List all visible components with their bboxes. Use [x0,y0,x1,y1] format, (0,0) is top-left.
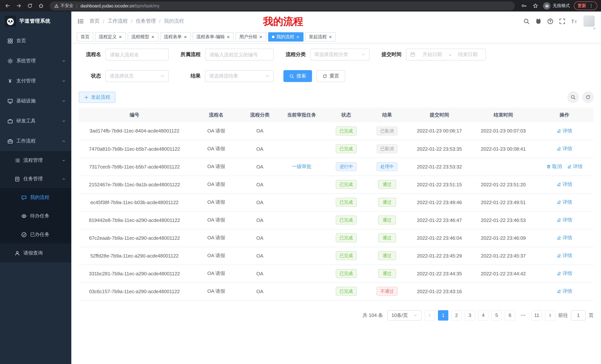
table-row[interactable]: ec45f38f-7b9a-11ec-b03b-acde48001122 OA … [79,193,594,211]
chrome-update-button[interactable]: 更新 [574,1,597,10]
sidebar-item-leave-query[interactable]: 请假查询 [0,244,71,262]
status-badge: 已完成 [336,269,357,278]
close-icon[interactable]: × [151,35,155,39]
parent-process-input[interactable] [205,49,274,60]
table-row[interactable]: 7470a810-7b9b-11ec-b5b7-acde48001122 OA … [79,140,594,158]
refresh-table-button[interactable] [582,92,594,103]
process-name-cell: OA 请假 [190,158,242,175]
sidebar-item-process-management[interactable]: 流程管理 [0,151,71,170]
address-bar[interactable]: 不安全 | dashboard.yudao.iocoder.cn /bpm/ta… [50,1,515,10]
pagination-page-2[interactable]: 2 [451,310,462,320]
sidebar-item-system-management[interactable]: 系统管理 [0,51,71,71]
detail-action-link[interactable]: 详情 [557,234,572,241]
pagination-page-11[interactable]: 11 [531,310,542,320]
start-process-button[interactable]: 发起流程 [79,92,116,103]
help-icon[interactable] [547,18,553,24]
table-row[interactable]: 819442e8-7b9a-11ec-a290-acde48001122 OA … [79,211,594,229]
sidebar-item-workflow[interactable]: 工作流程 [0,131,71,151]
pagination-page-3[interactable]: 3 [465,310,475,320]
password-key-icon[interactable] [520,2,527,10]
pagination-pages: 123456•••11 [438,310,542,320]
result-select[interactable]: 请选择流结果 [205,70,274,82]
sidebar-item-infrastructure[interactable]: 基础设施 [0,91,71,111]
page-size-select[interactable]: 10条/页 [387,310,421,320]
tab-my-process[interactable]: 我的流程× [268,32,303,42]
detail-action-link[interactable]: 详情 [557,288,572,295]
detail-action-link[interactable]: 详情 [557,181,572,188]
detail-action-link[interactable]: 详情 [557,128,572,134]
tab-process-definition[interactable]: 流程定义× [95,32,126,42]
breadcrumb-item[interactable]: 工作流程 [108,18,128,25]
table-row[interactable]: 7317cec6-7b9b-11ec-b5b7-acde48001122 OA … [79,158,594,175]
breadcrumb-item[interactable]: 任务管理 [136,18,156,25]
home-button[interactable] [37,2,45,10]
app-logo[interactable]: 芋道管理系统 [0,11,71,31]
pagination-page-6[interactable]: 6 [505,310,515,320]
table-row[interactable]: 3ad174fb-7b9d-11ec-8404-acde48001122 OA … [79,122,594,140]
close-icon[interactable]: × [183,35,187,39]
avatar-caret-icon[interactable] [592,27,596,30]
reset-button[interactable]: 重置 [316,70,345,82]
table-row[interactable]: 67c2eaab-7b9a-11ec-a290-acde48001122 OA … [79,229,594,247]
search-button[interactable]: 搜索 [283,70,312,82]
edit-icon [557,147,561,151]
current-task-link[interactable]: 一级审批 [292,164,311,169]
back-button[interactable] [4,2,11,10]
cancel-action-link[interactable]: 取消 [546,163,562,170]
url-divider: | [76,3,78,8]
tab-process-form-edit[interactable]: 流程表单-编辑× [193,32,234,42]
fullscreen-icon[interactable] [559,18,565,24]
github-icon[interactable] [535,18,541,24]
status-select[interactable]: 请选择状态 [105,70,169,82]
sidebar-collapse-icon[interactable] [78,18,84,24]
sidebar-item-dev-tools[interactable]: 研发工具 [0,111,71,131]
toggle-search-button[interactable] [568,92,579,103]
close-icon[interactable]: × [119,35,122,39]
detail-action-link[interactable]: 详情 [567,163,583,170]
table-row[interactable]: 03c6c157-7b9a-11ec-a290-acde48001122 OA … [79,282,594,300]
sidebar-item-home[interactable]: 首页 [0,31,71,51]
detail-action-link[interactable]: 详情 [557,199,572,206]
sidebar-item-done-tasks[interactable]: 已办任务 [0,225,71,244]
tab-home[interactable]: 首页 [77,32,93,42]
table-row[interactable]: 2152467e-7b9b-11ec-9a1b-acde48001122 OA … [79,175,594,193]
breadcrumb-item[interactable]: 首页 [90,18,100,25]
tab-user-group[interactable]: 用户分组× [236,32,266,42]
sidebar-item-task-management[interactable]: 任务管理 [0,170,71,188]
pagination-page-4[interactable]: 4 [478,310,489,320]
pagination-page-5[interactable]: 5 [491,310,502,320]
sidebar-item-todo-tasks[interactable]: 待办任务 [0,207,71,225]
menu-dots-icon[interactable] [589,3,594,8]
security-chip[interactable]: 不安全 [54,3,73,9]
table-row[interactable]: 331bc281-7b9a-11ec-a290-acde48001122 OA … [79,265,594,282]
close-icon[interactable]: × [259,35,263,39]
user-avatar[interactable] [583,16,595,27]
pagination-next-button[interactable] [545,310,555,320]
close-icon[interactable]: × [296,35,300,39]
table-row[interactable]: 52ffd28e-7b9a-11ec-a290-acde48001122 OA … [79,247,594,265]
category-select[interactable]: 请选择流程分类 [310,49,370,60]
reload-button[interactable] [26,2,33,10]
sidebar-item-my-process[interactable]: 我的流程 [0,188,71,207]
process-name-input[interactable] [105,49,169,60]
tab-process-form[interactable]: 流程表单× [160,32,191,42]
detail-action-link[interactable]: 详情 [557,270,572,277]
pagination-ellipsis[interactable]: ••• [518,310,529,320]
yen-icon: ¥ [7,78,13,84]
bookmark-star-icon[interactable] [531,2,539,10]
detail-action-link[interactable]: 详情 [557,145,572,152]
jump-page-input[interactable] [571,310,586,320]
close-icon[interactable]: × [227,35,230,39]
search-icon[interactable] [523,18,530,24]
forward-button[interactable] [15,2,22,10]
pagination-page-1[interactable]: 1 [438,310,448,320]
tab-process-model[interactable]: 流程模型× [128,32,158,42]
sidebar-item-payment-management[interactable]: ¥支付管理 [0,71,71,91]
pagination-prev-button[interactable] [425,310,435,320]
tab-start-process[interactable]: 发起流程× [305,32,336,42]
detail-action-link[interactable]: 详情 [557,217,572,223]
font-size-icon[interactable]: TT [571,18,577,24]
close-icon[interactable]: × [329,35,332,39]
detail-action-link[interactable]: 详情 [557,252,572,259]
submit-time-range-picker[interactable]: 开始日期 - 结束日期 [406,49,486,60]
